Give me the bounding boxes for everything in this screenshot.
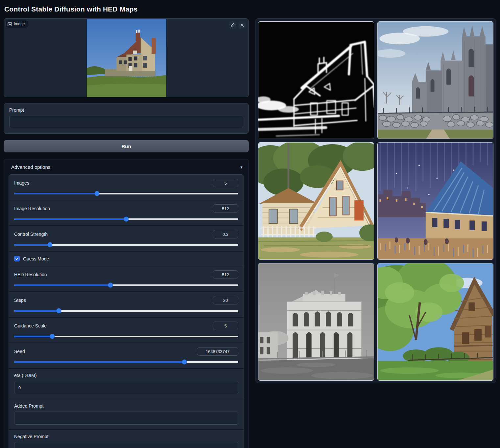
run-button[interactable]: Run [4, 140, 249, 152]
slider-thumb[interactable] [108, 283, 113, 288]
slider-fill [14, 218, 126, 220]
image-resolution-row: Image Resolution [9, 200, 244, 225]
images-slider[interactable] [14, 191, 238, 196]
control-strength-slider[interactable] [14, 242, 238, 247]
hed-resolution-slider[interactable] [14, 283, 238, 288]
advanced-options-title: Advanced options [11, 164, 50, 170]
gallery-item-hed-map[interactable] [258, 21, 374, 139]
control-strength-row: Control Strength [9, 225, 244, 251]
gallery-item-painted-cottage[interactable] [258, 142, 374, 260]
negative-prompt-input[interactable] [14, 442, 238, 448]
output-column [255, 18, 496, 383]
uploaded-house-photo [87, 19, 166, 97]
slider-fill [14, 361, 184, 363]
guidance-scale-value-input[interactable] [213, 322, 238, 330]
control-strength-value-input[interactable] [213, 230, 238, 238]
seed-row: Seed [9, 343, 244, 368]
image-label-badge: Image [5, 20, 28, 28]
guidance-scale-row: Guidance Scale [9, 317, 244, 343]
images-label: Images [14, 180, 29, 186]
eta-input[interactable] [14, 381, 238, 394]
steps-label: Steps [14, 298, 26, 303]
slider-fill [14, 284, 110, 286]
edit-image-button[interactable] [229, 21, 236, 29]
gallery-grid [258, 21, 493, 380]
image-resolution-label: Image Resolution [14, 206, 50, 211]
image-resolution-slider[interactable] [14, 217, 238, 222]
slider-thumb[interactable] [48, 242, 53, 247]
image-label: Image [14, 22, 25, 26]
added-prompt-row: Added Prompt [9, 399, 244, 429]
slider-fill [14, 193, 97, 194]
seed-label: Seed [14, 349, 25, 354]
input-column: Image [4, 18, 249, 448]
hed-resolution-row: HED Resolution [9, 266, 244, 291]
steps-value-input[interactable] [213, 296, 238, 304]
negative-prompt-label: Negative Prompt [14, 434, 238, 439]
page-title: Control Stable Diffusion with HED Maps [4, 5, 496, 13]
image-icon [8, 22, 12, 26]
painted-cottage-image [258, 143, 374, 259]
guess-mode-label: Guess Mode [23, 256, 49, 261]
image-resolution-value-input[interactable] [213, 204, 238, 213]
steps-slider[interactable] [14, 308, 238, 313]
grayscale-building-image [258, 263, 374, 380]
eta-row: eta (DDIM) [9, 368, 244, 399]
eta-label: eta (DDIM) [14, 373, 238, 378]
images-row: Images [9, 175, 244, 200]
advanced-options-header[interactable]: Advanced options ▼ [9, 164, 244, 170]
gallery-item-timber-house[interactable] [377, 263, 493, 381]
main-layout: Image [4, 18, 496, 448]
prompt-label: Prompt [9, 107, 243, 113]
clear-image-button[interactable] [238, 21, 246, 29]
seed-slider[interactable] [14, 360, 238, 365]
uploaded-image[interactable] [4, 19, 249, 97]
pencil-icon [230, 23, 235, 27]
gallery-item-grayscale-photo[interactable] [258, 263, 374, 381]
image-input-panel: Image [4, 18, 249, 97]
hed-resolution-value-input[interactable] [213, 270, 238, 279]
added-prompt-input[interactable] [14, 412, 238, 425]
hed-resolution-label: HED Resolution [14, 272, 47, 277]
gallery-item-night-painting[interactable] [377, 142, 493, 260]
guess-mode-row: Guess Mode [9, 251, 244, 266]
image-actions [229, 21, 246, 29]
advanced-options-form: Images Image Resolution [9, 174, 244, 448]
gallery-item-cathedral[interactable] [377, 21, 493, 139]
result-gallery [255, 18, 496, 383]
night-painting-image [378, 143, 493, 259]
slider-thumb[interactable] [50, 334, 55, 339]
slider-thumb[interactable] [57, 308, 61, 313]
slider-thumb[interactable] [95, 191, 100, 196]
caret-down-icon: ▼ [240, 165, 243, 169]
added-prompt-label: Added Prompt [14, 403, 238, 409]
images-value-input[interactable] [213, 179, 238, 187]
slider-thumb[interactable] [182, 360, 187, 365]
steps-row: Steps [9, 291, 244, 317]
seed-value-input[interactable] [197, 347, 238, 356]
guidance-scale-label: Guidance Scale [14, 323, 47, 328]
app-root: Control Stable Diffusion with HED Maps I… [0, 0, 500, 448]
guidance-scale-slider[interactable] [14, 334, 238, 339]
prompt-input[interactable] [9, 116, 243, 128]
close-icon [240, 23, 244, 27]
hed-map-image [258, 22, 374, 139]
control-strength-label: Control Strength [14, 232, 48, 237]
slider-fill [14, 244, 50, 246]
slider-fill [14, 336, 52, 337]
prompt-panel: Prompt [4, 103, 249, 134]
cathedral-image [378, 22, 493, 139]
advanced-options-panel: Advanced options ▼ Images [4, 159, 249, 448]
slider-fill [14, 310, 59, 312]
slider-thumb[interactable] [124, 217, 129, 222]
timber-house-image [378, 263, 493, 380]
check-icon [15, 257, 19, 260]
guess-mode-checkbox[interactable] [14, 256, 20, 261]
negative-prompt-row: Negative Prompt [9, 429, 244, 448]
